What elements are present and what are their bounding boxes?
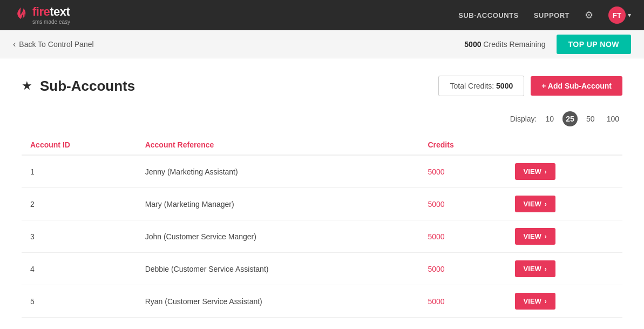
back-arrow-icon: ‹ xyxy=(13,39,16,49)
topbar: ‹ Back To Control Panel 5000 Credits Rem… xyxy=(0,30,644,58)
cell-view: VIEW › xyxy=(506,220,622,253)
brand-text-wrapper: firetext sms made easy xyxy=(32,6,70,25)
brand-name: firetext xyxy=(32,6,70,18)
user-dropdown[interactable]: FT ▾ xyxy=(608,6,631,24)
gear-icon[interactable]: ⚙ xyxy=(585,9,593,21)
page-title: Sub-Accounts xyxy=(40,78,135,95)
display-option-100[interactable]: 100 xyxy=(604,112,622,126)
view-button[interactable]: VIEW › xyxy=(515,196,555,212)
cell-account-reference: Jenny (Marketing Assistant) xyxy=(137,155,419,188)
support-nav-link[interactable]: SUPPORT xyxy=(534,11,570,19)
page-header: ★ Sub-Accounts Total Credits: 5000 + Add… xyxy=(22,76,622,96)
cell-account-id: 2 xyxy=(22,188,137,220)
chevron-right-icon: › xyxy=(545,233,547,240)
top-up-button[interactable]: TOP UP NOW xyxy=(557,35,631,54)
accounts-table: Account ID Account Reference Credits 1 J… xyxy=(22,135,622,318)
table-row: 5 Ryan (Customer Service Assistant) 5000… xyxy=(22,285,622,318)
brand-fire: fire xyxy=(32,5,50,18)
cell-view: VIEW › xyxy=(506,155,622,188)
page-actions: Total Credits: 5000 + Add Sub-Account xyxy=(438,76,622,96)
view-button[interactable]: VIEW › xyxy=(515,260,555,277)
display-label: Display: xyxy=(510,115,537,123)
flame-icon xyxy=(13,6,28,24)
cell-account-id: 1 xyxy=(22,155,137,188)
brand: firetext sms made easy xyxy=(13,6,70,25)
total-credits-label: Total Credits: xyxy=(450,82,494,90)
star-icon: ★ xyxy=(22,79,32,93)
add-subaccount-button[interactable]: + Add Sub-Account xyxy=(531,76,622,96)
display-option-10[interactable]: 10 xyxy=(542,112,557,126)
brand-text-part: text xyxy=(50,5,70,18)
back-link[interactable]: ‹ Back To Control Panel xyxy=(13,39,94,49)
credits-remaining: 5000 Credits Remaining xyxy=(464,40,545,49)
cell-credits: 5000 xyxy=(419,285,506,318)
cell-credits: 5000 xyxy=(419,220,506,253)
chevron-right-icon: › xyxy=(545,265,547,273)
table-row: 4 Debbie (Customer Service Assistant) 50… xyxy=(22,253,622,285)
main-content: ★ Sub-Accounts Total Credits: 5000 + Add… xyxy=(0,58,644,318)
table-row: 3 John (Customer Service Manger) 5000 VI… xyxy=(22,220,622,253)
cell-account-reference: Ryan (Customer Service Assistant) xyxy=(137,285,419,318)
user-avatar: FT xyxy=(608,6,626,24)
page-title-group: ★ Sub-Accounts xyxy=(22,78,135,95)
cell-account-id: 3 xyxy=(22,220,137,253)
cell-account-id: 5 xyxy=(22,285,137,318)
brand-logo xyxy=(13,6,28,24)
col-credits: Credits xyxy=(419,135,506,155)
chevron-right-icon: › xyxy=(545,168,547,176)
navbar: firetext sms made easy SUB-ACCOUNTS SUPP… xyxy=(0,0,644,30)
cell-credits: 5000 xyxy=(419,253,506,285)
view-button[interactable]: VIEW › xyxy=(515,293,555,310)
back-link-label: Back To Control Panel xyxy=(19,40,93,49)
table-row: 1 Jenny (Marketing Assistant) 5000 VIEW … xyxy=(22,155,622,188)
chevron-right-icon: › xyxy=(545,200,547,208)
table-row: 2 Mary (Marketing Manager) 5000 VIEW › xyxy=(22,188,622,220)
display-option-25[interactable]: 25 xyxy=(562,111,578,126)
view-button[interactable]: VIEW › xyxy=(515,163,555,180)
table-body: 1 Jenny (Marketing Assistant) 5000 VIEW … xyxy=(22,155,622,318)
sub-accounts-nav-link[interactable]: SUB-ACCOUNTS xyxy=(458,11,518,19)
credits-value: 5000 xyxy=(464,40,481,49)
navbar-right: SUB-ACCOUNTS SUPPORT ⚙ FT ▾ xyxy=(458,6,631,24)
cell-credits: 5000 xyxy=(419,155,506,188)
cell-credits: 5000 xyxy=(419,188,506,220)
cell-view: VIEW › xyxy=(506,285,622,318)
col-actions xyxy=(506,135,622,155)
topbar-right: 5000 Credits Remaining TOP UP NOW xyxy=(464,35,631,54)
table-header-row: Account ID Account Reference Credits xyxy=(22,135,622,155)
cell-view: VIEW › xyxy=(506,188,622,220)
display-controls: Display: 10 25 50 100 xyxy=(22,111,622,126)
view-button[interactable]: VIEW › xyxy=(515,228,555,245)
col-account-reference: Account Reference xyxy=(137,135,419,155)
cell-account-id: 4 xyxy=(22,253,137,285)
display-option-50[interactable]: 50 xyxy=(583,112,598,126)
cell-view: VIEW › xyxy=(506,253,622,285)
cell-account-reference: Mary (Marketing Manager) xyxy=(137,188,419,220)
table-header: Account ID Account Reference Credits xyxy=(22,135,622,155)
credits-suffix: Credits Remaining xyxy=(483,40,545,49)
col-account-id: Account ID xyxy=(22,135,137,155)
chevron-right-icon: › xyxy=(545,298,547,305)
chevron-down-icon: ▾ xyxy=(628,11,631,19)
total-credits-box: Total Credits: 5000 xyxy=(438,76,524,96)
total-credits-number: 5000 xyxy=(496,82,513,90)
cell-account-reference: John (Customer Service Manger) xyxy=(137,220,419,253)
cell-account-reference: Debbie (Customer Service Assistant) xyxy=(137,253,419,285)
brand-tagline: sms made easy xyxy=(32,19,70,25)
